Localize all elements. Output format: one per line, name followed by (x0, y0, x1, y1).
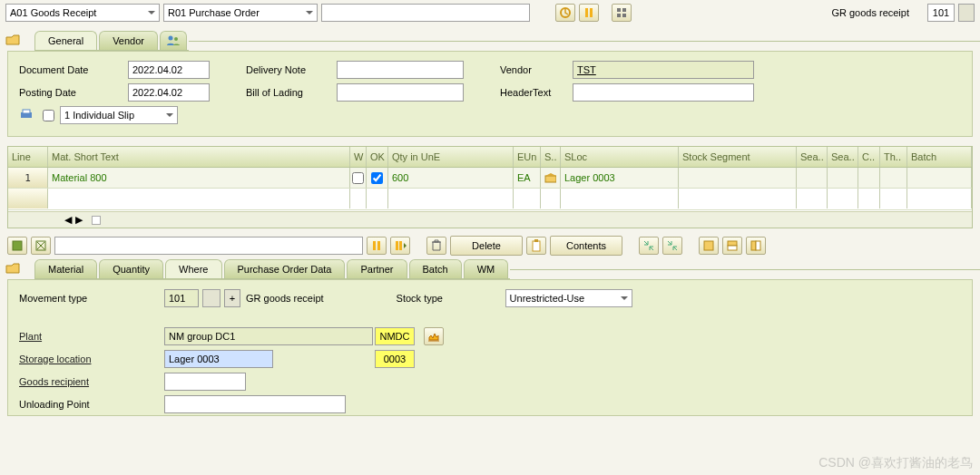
scroll-handle[interactable] (92, 216, 101, 225)
deliv-note-label: Delivery Note (246, 64, 337, 76)
cell-w[interactable] (350, 168, 367, 188)
tab-general[interactable]: General (34, 31, 97, 50)
delete-button[interactable]: Delete (450, 236, 523, 256)
sloc-label: Storage location (19, 354, 164, 365)
select-all-button[interactable] (7, 237, 27, 255)
svg-rect-14 (373, 241, 376, 250)
mvt-helper[interactable] (202, 289, 220, 307)
cell-mat[interactable]: Material 800 (48, 168, 350, 188)
col-th[interactable]: Th.. (880, 147, 907, 167)
svg-rect-23 (751, 241, 756, 250)
tab-vendor[interactable]: Vendor (99, 31, 158, 50)
headertext-input[interactable] (573, 83, 754, 102)
bol-label: Bill of Lading (246, 87, 337, 99)
cell-ok[interactable] (367, 168, 388, 188)
filter-input[interactable] (54, 237, 363, 255)
svg-rect-17 (399, 241, 402, 250)
slip-select[interactable]: 1 Individual Slip (60, 106, 178, 124)
movement-category-select[interactable]: A01 Goods Receipt (5, 4, 160, 22)
svg-point-8 (174, 37, 178, 41)
collapse-icon[interactable] (5, 34, 20, 48)
storage-icon (544, 172, 556, 183)
cell-sloc[interactable]: Lager 0003 (561, 168, 679, 188)
tab-material[interactable]: Material (34, 259, 97, 278)
plant-chart-icon[interactable] (424, 327, 444, 345)
col-eun[interactable]: EUn (514, 147, 541, 167)
post-date-label: Posting Date (19, 87, 128, 99)
layout2-icon[interactable] (722, 237, 742, 255)
scroll-left-icon[interactable]: ◀ (64, 214, 72, 226)
tab-quantity[interactable]: Quantity (99, 259, 163, 278)
col-qty[interactable]: Qty in UnE (388, 147, 514, 167)
search-icon[interactable] (579, 4, 599, 22)
svg-point-0 (561, 8, 570, 17)
col-mat[interactable]: Mat. Short Text (48, 147, 350, 167)
cell-s[interactable] (541, 168, 561, 188)
col-ok[interactable]: OK (367, 147, 388, 167)
unload-input[interactable] (164, 395, 346, 413)
tab-partner-icon[interactable] (160, 31, 187, 50)
contents-button[interactable]: Contents (550, 236, 622, 256)
col-c[interactable]: C.. (858, 147, 880, 167)
trash-icon[interactable] (426, 237, 446, 255)
svg-rect-16 (396, 241, 398, 250)
table-row-empty (8, 189, 972, 210)
cell-eun[interactable]: EA (514, 168, 541, 188)
layout1-icon[interactable] (699, 237, 719, 255)
doc-category-select[interactable]: R01 Purchase Order (163, 4, 318, 22)
doc-date-label: Document Date (19, 64, 128, 76)
find-next-icon[interactable] (390, 237, 410, 255)
col-s[interactable]: S.. (541, 147, 561, 167)
watermark-text: CSDN @喜欢打酱油的老鸟 (818, 455, 973, 471)
col-w[interactable]: W (350, 147, 367, 167)
gr-code-box: 101 (927, 4, 955, 22)
cell-line[interactable]: 1 (8, 168, 48, 188)
detail-collapse-icon[interactable] (5, 262, 20, 276)
col-sea1[interactable]: Sea.. (797, 147, 828, 167)
mvt-label: Movement type (19, 293, 164, 305)
cell-qty[interactable]: 600 (388, 168, 514, 188)
svg-rect-15 (377, 241, 380, 250)
col-sea2[interactable]: Sea.. (828, 147, 858, 167)
clipboard-icon[interactable] (526, 237, 546, 255)
find-icon[interactable] (367, 237, 387, 255)
doc-number-input[interactable] (321, 4, 530, 22)
col-sloc[interactable]: SLoc (561, 147, 679, 167)
layout3-icon[interactable] (746, 237, 766, 255)
post-date-input[interactable]: 2022.04.02 (128, 83, 210, 102)
tab-partner[interactable]: Partner (347, 259, 407, 278)
col-line[interactable]: Line (8, 147, 48, 167)
cell-sseg[interactable] (679, 168, 797, 188)
execute-icon[interactable] (555, 4, 575, 22)
table-row[interactable]: 1 Material 800 600 EA Lager 0003 (8, 168, 972, 189)
goods-rcpt-label: Goods recipient (19, 376, 164, 388)
goods-rcpt-input[interactable] (164, 373, 246, 391)
mvt-plus-button[interactable]: + (224, 289, 240, 307)
sloc-code: 0003 (375, 350, 415, 368)
stocktype-select[interactable]: Unrestricted-Use (505, 289, 632, 307)
bol-input[interactable] (337, 83, 464, 102)
tab-wm[interactable]: WM (464, 259, 509, 278)
tab-batch[interactable]: Batch (409, 259, 462, 278)
col-batch[interactable]: Batch (907, 147, 972, 167)
print-checkbox[interactable] (43, 110, 54, 121)
svg-rect-21 (728, 241, 737, 246)
scroll-right-icon[interactable]: ▶ (75, 214, 83, 226)
gr-code-helper[interactable] (958, 4, 975, 22)
deliv-note-input[interactable] (337, 61, 464, 79)
deselect-all-button[interactable] (31, 237, 51, 255)
collapse2-icon[interactable] (662, 237, 682, 255)
doc-date-input[interactable]: 2022.04.02 (128, 61, 210, 79)
svg-rect-12 (13, 241, 22, 250)
sloc-text-input[interactable]: Lager 0003 (164, 350, 273, 368)
tab-where[interactable]: Where (165, 259, 221, 278)
overview-icon[interactable] (612, 4, 632, 22)
svg-rect-22 (728, 246, 737, 250)
plant-code: NMDC (375, 327, 415, 345)
svg-rect-24 (756, 241, 760, 250)
print-icon[interactable] (19, 108, 34, 122)
expand-icon[interactable] (639, 237, 659, 255)
tab-po[interactable]: Purchase Order Data (224, 259, 346, 278)
items-grid[interactable]: Line Mat. Short Text W OK Qty in UnE EUn… (7, 146, 973, 228)
col-sseg[interactable]: Stock Segment (679, 147, 797, 167)
